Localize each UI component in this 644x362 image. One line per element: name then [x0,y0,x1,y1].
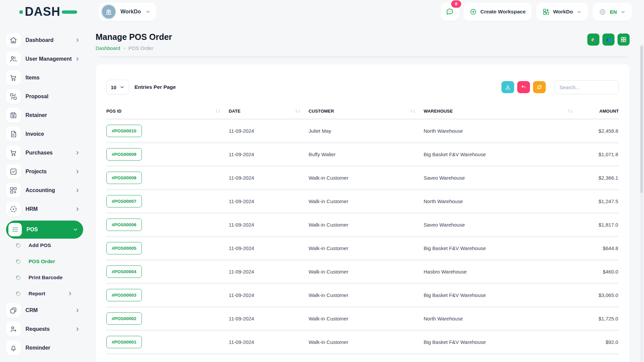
sidebar-item-user-management[interactable]: User Management [6,52,83,66]
pos-id-button[interactable]: #POS00010 [106,125,142,137]
building-icon [105,8,113,16]
warehouse-cell: North Warehouse [424,308,581,331]
date-cell: 11-09-2024 [229,284,309,308]
pos-order-table: POS ID↑↓DATE↑↓CUSTOMER↑↓WAREHOUSE↑↓AMOUN… [106,106,619,355]
sidebar-item-hrm[interactable]: HRM [6,202,83,217]
chevron-down-icon [576,9,582,15]
bullet-icon [15,258,21,264]
date-cell: 11-09-2024 [229,167,309,190]
sidebar-item-label: POS [26,227,38,233]
customer-cell: Walk-in Customer [309,214,424,237]
column-header-pos-id[interactable]: POS ID↑↓ [106,106,229,120]
pos-id-button[interactable]: #POS00003 [106,289,142,301]
sidebar-item-label: CRM [25,307,38,313]
language-selector[interactable]: EN [593,3,632,21]
amount-cell: $644.8 [581,237,619,261]
chevron-down-icon [72,227,78,233]
breadcrumb-dashboard-link[interactable]: Dashboard [96,45,120,51]
warehouse-cell: Saveo Warehouse [424,214,581,237]
sidebar-item-label: Report [29,291,45,297]
sidebar-item-requests[interactable]: Requests [6,322,83,337]
table-row: #POS00006 11-09-2024 Walk-in Customer Sa… [106,214,619,237]
reset-button[interactable] [517,81,530,93]
sidebar-item-items[interactable]: Items [6,70,83,85]
grid-view-button[interactable] [618,34,630,46]
scrollbar-thumb[interactable] [640,46,643,193]
sidebar-item-retainer[interactable]: Retainer [6,108,83,123]
customer-cell: Buffy Walter [309,143,424,167]
warehouse-cell: Big Basket F&V Warehouse [424,331,581,355]
scrollbar[interactable] [640,45,643,362]
table-actions [501,80,619,94]
amount-cell: $92.0 [581,331,619,355]
sidebar-item-pos[interactable]: POS [6,221,83,239]
google-drive-button[interactable] [587,34,599,46]
search-input[interactable] [554,80,619,94]
export-button[interactable] [501,81,514,93]
plus-circle-icon [470,8,477,15]
date-cell: 11-09-2024 [229,331,309,355]
sidebar-item-report[interactable]: Report [6,287,83,300]
logo-text: DASH [25,5,60,18]
sort-icon: ↑↓ [567,109,573,114]
messages-button[interactable]: 0 [441,3,459,21]
header-actions: 0 Create Workspace WorkDo [441,3,632,21]
table-controls: 10 Entries Per Page [106,80,619,95]
column-header-customer[interactable]: CUSTOMER↑↓ [309,106,424,120]
pos-id-button[interactable]: #POS00008 [106,172,142,184]
chevron-down-icon [145,9,151,15]
table-row: #POS00009 11-09-2024 Buffy Walter Big Ba… [106,143,619,167]
pos-id-button[interactable]: #POS00004 [106,265,142,278]
page-title: Manage POS Order [96,32,172,42]
refresh-button[interactable] [533,81,546,93]
pos-id-button[interactable]: #POS00009 [106,148,142,161]
pos-icon [8,223,22,236]
chevron-right-icon [74,307,80,313]
sidebar-item-crm[interactable]: CRM [6,303,83,318]
date-cell: 11-09-2024 [229,261,309,284]
table-row: #POS00010 11-09-2024 Juliet May North Wa… [106,120,619,143]
sort-icon: ↑↓ [294,109,300,114]
date-cell: 11-09-2024 [229,143,309,167]
grid-icon [620,36,627,43]
chevron-right-icon [74,206,80,212]
amount-cell: $2,458.8 [581,120,619,143]
entries-per-page-select[interactable]: 10 [106,80,129,95]
sidebar-item-purchases[interactable]: Purchases [6,145,83,160]
create-workspace-button[interactable]: Create Workspace [464,3,532,21]
onedrive-button[interactable] [602,34,614,46]
warehouse-cell: Saveo Warehouse [424,167,581,190]
sidebar-item-invoice[interactable]: Invoice [6,127,83,141]
sidebar-item-projects[interactable]: Projects [6,164,83,179]
chevron-right-icon [74,56,80,62]
chevron-right-icon [67,291,73,297]
sidebar-item-label: Accounting [25,187,55,193]
sidebar-item-add-pos[interactable]: Add POS [6,239,83,252]
pos-id-button[interactable]: #POS00006 [106,219,142,231]
sidebar-item-print-barcode[interactable]: Print Barcode [6,271,83,284]
workdo-menu-button[interactable]: WorkDo [536,3,588,21]
sidebar-item-proposal[interactable]: Proposal [6,89,83,104]
pos-id-button[interactable]: #POS00005 [106,242,142,254]
sidebar-item-dashboard[interactable]: Dashboard [6,33,83,48]
sidebar-item-reminder[interactable]: Reminder [6,341,83,355]
column-header-date[interactable]: DATE↑↓ [229,106,309,120]
customer-cell: Walk-in Customer [309,237,424,261]
amount-cell: $1,247.5 [581,190,619,214]
bullet-icon [15,275,21,281]
top-header: DASH WorkDo [0,0,644,23]
date-cell: 11-09-2024 [229,120,309,143]
entries-per-page-label: Entries Per Page [135,84,176,90]
pos-id-button[interactable]: #POS00001 [106,336,142,348]
workspace-selector[interactable]: WorkDo [99,3,156,21]
customer-cell: Walk-in Customer [309,331,424,355]
amount-cell: $460.0 [581,261,619,284]
pos-id-button[interactable]: #POS00007 [106,195,142,207]
column-header-warehouse[interactable]: WAREHOUSE↑↓ [424,106,581,120]
pos-id-button[interactable]: #POS00002 [106,312,142,325]
sidebar-item-accounting[interactable]: Accounting [6,183,83,198]
sidebar-item-pos-order[interactable]: POS Order [6,255,83,268]
warehouse-cell: North Warehouse [424,190,581,214]
column-label: AMOUNT [599,109,619,114]
amount-cell: $1,071.8 [581,143,619,167]
